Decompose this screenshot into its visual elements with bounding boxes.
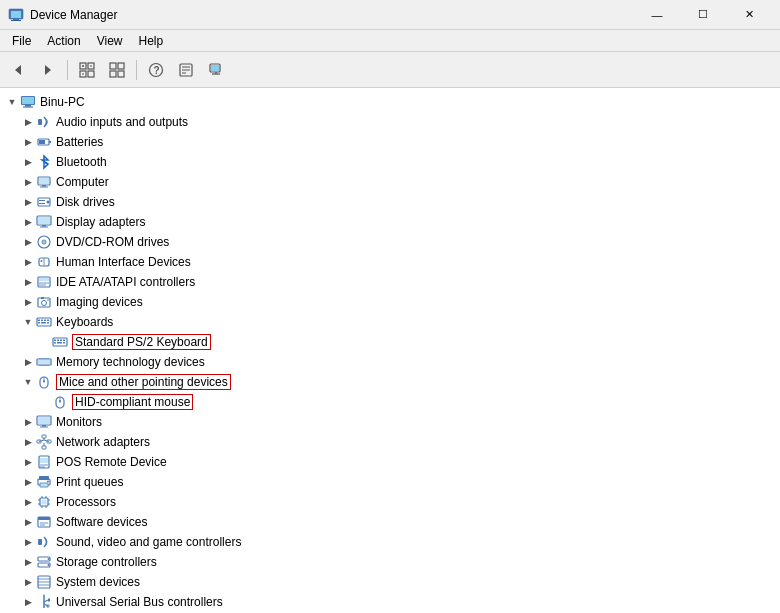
expand-storage[interactable]: ▶: [20, 554, 36, 570]
list-item[interactable]: ▶ IDE ATA/ATAPI controllers: [0, 272, 780, 292]
title-bar: Device Manager — ☐ ✕: [0, 0, 780, 30]
list-item[interactable]: ▶ Storage controllers: [0, 552, 780, 572]
svg-rect-77: [57, 342, 62, 344]
list-item[interactable]: ▶ Software devices: [0, 512, 780, 532]
svg-rect-15: [118, 63, 124, 69]
expand-memory[interactable]: ▶: [20, 354, 36, 370]
svg-rect-47: [42, 225, 46, 227]
list-item[interactable]: ▶ Batteries: [0, 132, 780, 152]
svg-rect-56: [39, 278, 49, 281]
update-driver-button[interactable]: [202, 56, 230, 84]
expand-audio[interactable]: ▶: [20, 114, 36, 130]
processors-icon: [36, 494, 52, 510]
properties-button[interactable]: [172, 56, 200, 84]
back-button[interactable]: [4, 56, 32, 84]
list-item[interactable]: ▶ Monitors: [0, 412, 780, 432]
expand-dvd[interactable]: ▶: [20, 234, 36, 250]
list-item[interactable]: ▶ Imaging devices: [0, 292, 780, 312]
svg-rect-118: [42, 500, 47, 505]
close-button[interactable]: ✕: [726, 0, 772, 30]
forward-button[interactable]: [34, 56, 62, 84]
expand-hid[interactable]: ▶: [20, 254, 36, 270]
list-item[interactable]: ▶ POS Remote Device: [0, 452, 780, 472]
ps2-keyboard-label: Standard PS/2 Keyboard: [72, 334, 211, 350]
svg-rect-70: [47, 322, 49, 324]
list-item[interactable]: ▶ Human Interface Devices: [0, 252, 780, 272]
maximize-button[interactable]: ☐: [680, 0, 726, 30]
list-item[interactable]: ▶ Display adapters: [0, 212, 780, 232]
svg-rect-31: [23, 107, 33, 108]
expand-software[interactable]: ▶: [20, 514, 36, 530]
expand-ide[interactable]: ▶: [20, 274, 36, 290]
list-item[interactable]: ▶ Computer: [0, 172, 780, 192]
menu-action[interactable]: Action: [39, 32, 88, 50]
expand-computer[interactable]: ▶: [20, 174, 36, 190]
network-label: Network adapters: [56, 435, 150, 449]
expand-mice[interactable]: ▼: [20, 374, 36, 390]
list-item[interactable]: ▶ DVD/CD-ROM drives: [0, 232, 780, 252]
menu-view[interactable]: View: [89, 32, 131, 50]
list-item[interactable]: ▶ Processors: [0, 492, 780, 512]
expand-print[interactable]: ▶: [20, 474, 36, 490]
menu-bar: File Action View Help: [0, 30, 780, 52]
imaging-label: Imaging devices: [56, 295, 143, 309]
list-item[interactable]: ▼ Mice and other pointing devices: [0, 372, 780, 392]
expand-network[interactable]: ▶: [20, 434, 36, 450]
window-controls: — ☐ ✕: [634, 0, 772, 30]
toolbar-sep-1: [67, 60, 68, 80]
svg-rect-13: [88, 71, 94, 77]
computer2-icon: [36, 174, 52, 190]
processors-label: Processors: [56, 495, 116, 509]
expand-system[interactable]: ▶: [20, 574, 36, 590]
expand-root[interactable]: ▼: [4, 94, 20, 110]
expand-imaging[interactable]: ▶: [20, 294, 36, 310]
collapse-all-button[interactable]: [103, 56, 131, 84]
svg-rect-39: [42, 185, 46, 187]
toolbar-sep-2: [136, 60, 137, 80]
expand-batteries[interactable]: ▶: [20, 134, 36, 150]
list-item[interactable]: ▶ System devices: [0, 572, 780, 592]
expand-bluetooth[interactable]: ▶: [20, 154, 36, 170]
list-item[interactable]: ▶ Disk drives: [0, 192, 780, 212]
expand-pos[interactable]: ▶: [20, 454, 36, 470]
expand-all-button[interactable]: [73, 56, 101, 84]
svg-rect-69: [41, 322, 46, 324]
menu-file[interactable]: File: [4, 32, 39, 50]
dvd-label: DVD/CD-ROM drives: [56, 235, 169, 249]
svg-point-54: [41, 260, 43, 262]
help-button[interactable]: ?: [142, 56, 170, 84]
list-item[interactable]: ▶ Print queues: [0, 472, 780, 492]
list-item[interactable]: ▶ Memory technology devices: [0, 352, 780, 372]
list-item[interactable]: ▶ Network adapters: [0, 432, 780, 452]
svg-rect-98: [38, 417, 50, 424]
computer-label: Computer: [56, 175, 109, 189]
expand-display[interactable]: ▶: [20, 214, 36, 230]
expand-monitors[interactable]: ▶: [20, 414, 36, 430]
expand-processors[interactable]: ▶: [20, 494, 36, 510]
list-item[interactable]: ▶ Universal Serial Bus controllers: [0, 592, 780, 612]
list-item[interactable]: Standard PS/2 Keyboard: [0, 332, 780, 352]
sound-label: Sound, video and game controllers: [56, 535, 241, 549]
expand-usb[interactable]: ▶: [20, 594, 36, 610]
svg-rect-104: [42, 446, 46, 449]
svg-rect-99: [42, 425, 46, 427]
expand-sound[interactable]: ▶: [20, 534, 36, 550]
minimize-button[interactable]: —: [634, 0, 680, 30]
menu-help[interactable]: Help: [131, 32, 172, 50]
audio-icon: [36, 114, 52, 130]
list-item[interactable]: ▶ Audio inputs and outputs: [0, 112, 780, 132]
svg-rect-43: [39, 200, 45, 201]
tree-root[interactable]: ▼ Binu-PC: [0, 92, 780, 112]
list-item[interactable]: HID-compliant mouse: [0, 392, 780, 412]
list-item[interactable]: ▶ Bluetooth: [0, 152, 780, 172]
list-item[interactable]: ▶ Sound, video and game controllers: [0, 532, 780, 552]
svg-rect-76: [54, 342, 56, 344]
expand-keyboards[interactable]: ▼: [20, 314, 36, 330]
svg-marker-145: [43, 594, 45, 596]
storage-icon: [36, 554, 52, 570]
disk-icon: [36, 194, 52, 210]
svg-rect-131: [38, 539, 42, 545]
expand-disk[interactable]: ▶: [20, 194, 36, 210]
storage-label: Storage controllers: [56, 555, 157, 569]
list-item[interactable]: ▼ Keyboards: [0, 312, 780, 332]
